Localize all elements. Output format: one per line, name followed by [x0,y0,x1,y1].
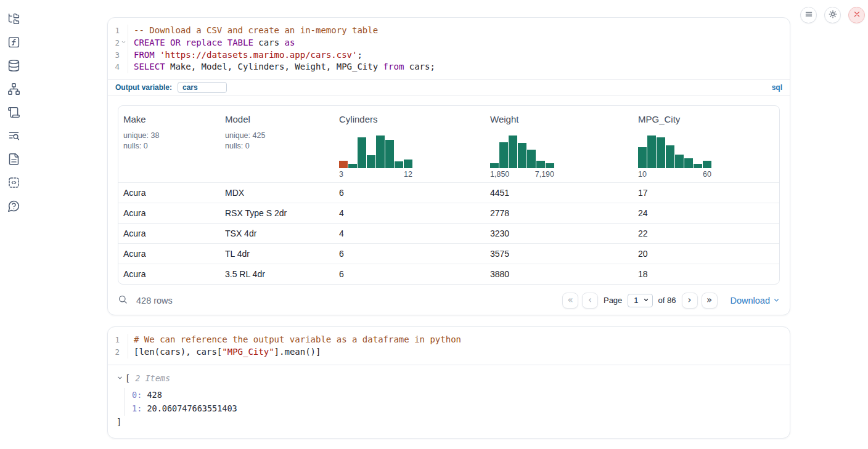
table-cell: Acura [118,229,220,238]
sidebar-item-help[interactable] [6,200,21,214]
search-icon [118,294,128,306]
chevron-down-icon [773,296,780,305]
settings-button[interactable] [824,7,841,23]
table-cell: 4 [334,229,485,238]
sql-cell-output: Makeunique: 38nulls: 0Modelunique: 425nu… [108,95,790,315]
tree-collapse-toggle[interactable]: [ 2 Items [117,373,780,383]
table-cell: 3575 [485,249,633,259]
shutdown-button[interactable] [848,7,865,23]
python-code-editor[interactable]: 1# We can reference the output variable … [108,327,790,365]
table-cell: Acura [118,208,220,218]
first-page-button[interactable]: « [562,293,578,309]
tree-item-key: 1: [132,403,142,413]
column-header-cylinders[interactable]: Cylinders312 [334,106,485,182]
column-header-model[interactable]: Modelunique: 425nulls: 0 [220,106,334,182]
table-header: Makeunique: 38nulls: 0Modelunique: 425nu… [118,106,779,182]
code-line: 2CREATE OR replace TABLE cars as [108,37,790,49]
table-cell: Acura [118,269,220,279]
next-page-button[interactable]: › [682,293,698,309]
code-line: 4SELECT Make, Model, Cylinders, Weight, … [108,61,790,73]
tree-item: 0: 428 [132,388,780,402]
sidebar-item-functions[interactable] [6,36,21,51]
code-text: [len(cars), cars["MPG_City"].mean()] [128,346,321,358]
column-summary: unique: 38nulls: 0 [123,131,220,151]
column-header-mpg_city[interactable]: MPG_City1060 [633,106,779,182]
table-row[interactable]: AcuraTL 4dr6357520 [118,243,779,264]
histogram-bar [367,155,375,168]
histogram-bar [395,161,403,168]
table-cell: 3.5 RL 4dr [220,269,334,279]
tree-item: 1: 20.060747663551403 [132,402,780,416]
download-button[interactable]: Download [731,296,780,305]
histogram-bar [527,150,536,168]
histogram-bar [385,140,394,168]
chevron-down-icon [117,373,125,383]
column-histogram: 312 [339,136,485,179]
prev-page-button[interactable]: ‹ [582,293,598,309]
table-cell: 3230 [485,229,633,238]
tree-item-value: 428 [142,390,162,400]
table-cell: MDX [220,188,334,198]
table-cell: TL 4dr [220,249,334,259]
axis-min-label: 3 [339,170,343,179]
code-text: SELECT Make, Model, Cylinders, Weight, M… [128,61,435,73]
topbar-actions [800,7,865,23]
column-header-weight[interactable]: Weight1,8507,190 [485,106,633,182]
sidebar-item-data-sources[interactable] [6,59,21,74]
axis-max-label: 60 [703,170,711,179]
column-summary: unique: 425nulls: 0 [225,131,334,151]
histogram-bar [358,137,366,168]
histogram-bar [546,163,554,168]
table-row[interactable]: Acura3.5 RL 4dr6388018 [118,264,779,284]
page-select-value: 1 [634,296,638,305]
sql-code-editor[interactable]: 1-- Download a CSV and create an in-memo… [108,18,790,79]
output-variable-label: Output variable: [115,83,172,92]
chevron-down-icon [643,296,649,305]
row-count-label: 428 rows [136,296,173,305]
code-snippet-icon [7,176,20,191]
fold-gutter [120,25,128,27]
column-title: Make [123,114,220,124]
histogram-bar [518,143,526,168]
table-cell: 22 [633,229,779,238]
sidebar-item-file-explorer[interactable] [6,12,21,27]
table-row[interactable]: AcuraMDX6445117 [118,182,779,203]
line-number: 4 [108,61,120,73]
axis-max-label: 7,190 [535,170,554,179]
output-variable-bar: Output variable: sql [108,79,790,95]
column-histogram: 1060 [638,136,779,179]
line-number: 3 [108,49,120,62]
histogram-bar [694,164,702,168]
sidebar-item-dependency-graph[interactable] [6,83,21,97]
sidebar-item-scratchpad[interactable] [6,106,21,121]
sidebar-item-snippets[interactable] [6,176,21,191]
column-histogram: 1,8507,190 [490,136,633,179]
axis-max-label: 12 [404,170,412,179]
tree-items-count: 2 Items [135,373,170,383]
page-label: Page [604,296,622,305]
code-text: FROM 'https://datasets.marimo.app/cars.c… [128,49,362,62]
notebook-menu-button[interactable] [800,7,817,23]
table-row[interactable]: AcuraTSX 4dr4323022 [118,223,779,243]
page-select[interactable]: 1 [628,294,652,307]
table-footer: 428 rows « ‹ Page 1 of 86 › » Download [108,285,790,315]
table-cell: 2778 [485,208,633,218]
histogram-bar [376,136,385,168]
column-header-make[interactable]: Makeunique: 38nulls: 0 [118,106,220,182]
language-badge: sql [772,83,782,92]
fold-gutter [120,49,128,52]
table-row[interactable]: AcuraRSX Type S 2dr4277824 [118,203,779,223]
table-search-button[interactable] [118,294,128,306]
table-cell: TSX 4dr [220,229,334,238]
histogram-bar [684,158,693,168]
sidebar-item-documentation[interactable] [6,153,21,168]
fold-chevron-icon[interactable] [120,37,128,45]
last-page-button[interactable]: » [702,293,718,309]
output-variable-input[interactable] [178,82,227,93]
fold-gutter [120,346,128,349]
sidebar-item-logs[interactable] [6,129,21,144]
tree-item-key: 0: [132,390,142,400]
table-cell: Acura [118,188,220,198]
table-cell: 4 [334,208,485,218]
code-text: # We can reference the output variable a… [128,334,461,346]
